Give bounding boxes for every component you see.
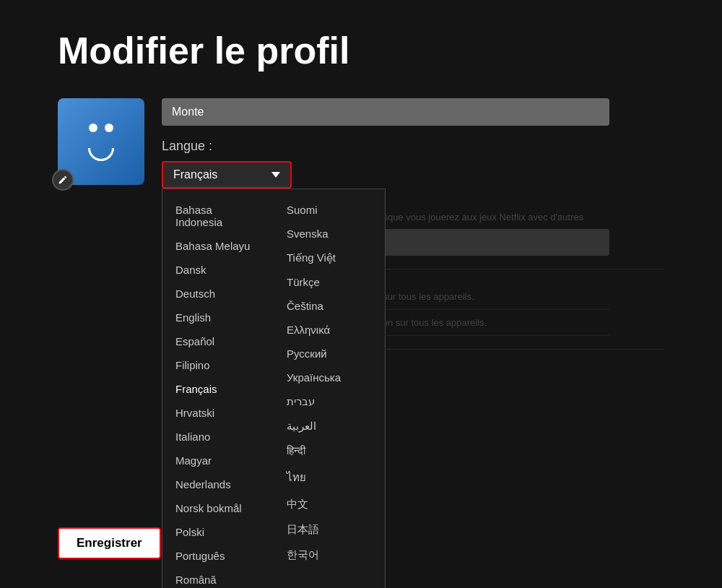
list-item[interactable]: Suomi (274, 198, 385, 222)
list-item[interactable]: Nederlands (162, 472, 274, 496)
langue-label: Langue : (162, 139, 664, 154)
list-item[interactable]: Deutsch (162, 282, 274, 306)
list-item[interactable]: Română (162, 568, 274, 588)
list-item[interactable]: Українська (274, 366, 385, 389)
list-item[interactable]: Hrvatski (162, 401, 274, 425)
list-item-francais[interactable]: Français (162, 377, 274, 401)
list-item[interactable]: Filipino (162, 353, 274, 377)
list-item[interactable]: English (162, 306, 274, 329)
list-item[interactable]: Svenska (274, 222, 385, 246)
avatar[interactable] (58, 98, 144, 185)
list-item[interactable]: 日本語 (274, 517, 385, 542)
profile-name-input[interactable] (162, 98, 609, 126)
list-item[interactable]: Português (162, 544, 274, 568)
page-title: Modifier le profil (58, 29, 664, 72)
list-item[interactable]: Dansk (162, 258, 274, 282)
list-item[interactable]: Polski (162, 520, 274, 544)
list-item[interactable]: 한국어 (274, 542, 385, 568)
list-item[interactable]: Magyar (162, 449, 274, 472)
selected-language: Français (173, 168, 217, 181)
form-section: Langue : Français Bahasa Indonesia Bahas… (162, 98, 664, 364)
list-item[interactable]: Türkçe (274, 270, 385, 294)
list-item[interactable]: Bahasa Indonesia (162, 198, 274, 234)
list-item[interactable]: हिन्दी (274, 438, 385, 463)
list-item[interactable]: Norsk bokmål (162, 496, 274, 520)
list-item[interactable]: العربية (274, 414, 385, 438)
language-col2: Suomi Svenska Tiếng Việt Türkçe Čeština … (274, 198, 385, 588)
list-item[interactable]: Español (162, 329, 274, 353)
list-item[interactable]: Italiano (162, 425, 274, 449)
list-item[interactable]: Čeština (274, 294, 385, 318)
dropdown-button[interactable]: Français (162, 161, 292, 189)
save-button[interactable]: Enregistrer (58, 527, 161, 559)
list-item[interactable]: Tiếng Việt (274, 246, 385, 270)
list-item[interactable]: 中文 (274, 492, 385, 517)
list-item[interactable]: ไทย (274, 463, 385, 492)
dropdown-menu: Bahasa Indonesia Bahasa Melayu Dansk Deu… (162, 189, 386, 588)
language-col1: Bahasa Indonesia Bahasa Melayu Dansk Deu… (162, 198, 274, 588)
list-item[interactable]: Bahasa Melayu (162, 234, 274, 258)
edit-avatar-icon[interactable] (52, 169, 74, 191)
list-item[interactable]: Русский (274, 342, 385, 366)
list-item[interactable]: עברית (274, 389, 385, 414)
dropdown-arrow-icon (271, 172, 280, 178)
list-item[interactable]: Ελληνικά (274, 318, 385, 342)
language-dropdown[interactable]: Français Bahasa Indonesia Bahasa Melayu … (162, 161, 292, 189)
